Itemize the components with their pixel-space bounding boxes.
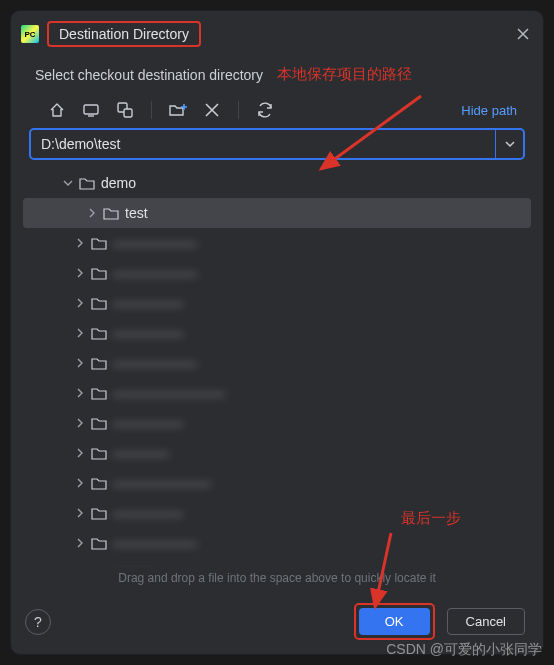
desktop-icon[interactable] — [81, 100, 101, 120]
tree-item-label: ——— — [113, 565, 155, 567]
folder-icon — [91, 536, 107, 550]
tree-item-label: ———————— — [113, 385, 225, 401]
pycharm-app-icon: PC — [21, 25, 39, 43]
drag-drop-hint: Drag and drop a file into the space abov… — [11, 567, 543, 593]
tree-item-label: ————— — [113, 505, 183, 521]
chevron-right-icon[interactable] — [87, 208, 101, 218]
folder-icon — [91, 326, 107, 340]
tree-item-label: —————— — [113, 355, 197, 371]
tree-item-redacted[interactable]: ————— — [23, 408, 531, 438]
tree-item-label: ——————— — [113, 475, 211, 491]
tree-item-label: test — [125, 205, 148, 221]
tree-item-label: ————— — [113, 415, 183, 431]
tree-item-redacted[interactable]: ———————— — [23, 378, 531, 408]
path-input-wrap — [29, 128, 525, 160]
folder-icon — [91, 446, 107, 460]
tree-item-redacted[interactable]: ——————— — [23, 468, 531, 498]
chevron-right-icon[interactable] — [75, 538, 89, 548]
close-icon[interactable] — [517, 28, 529, 40]
chevron-right-icon[interactable] — [75, 328, 89, 338]
module-icon[interactable] — [115, 100, 135, 120]
chevron-right-icon[interactable] — [75, 418, 89, 428]
svg-rect-0 — [84, 105, 98, 114]
tree-item-test[interactable]: test — [23, 198, 531, 228]
chevron-right-icon[interactable] — [75, 448, 89, 458]
tree-item-redacted[interactable]: ————— — [23, 318, 531, 348]
tree-item-demo[interactable]: demo — [23, 168, 531, 198]
path-row — [11, 128, 543, 160]
subtitle-row: Select checkout destination directory 本地… — [11, 57, 543, 90]
subtitle-text: Select checkout destination directory — [35, 67, 263, 83]
delete-icon[interactable] — [202, 100, 222, 120]
toolbar-separator — [151, 101, 152, 119]
tree-item-redacted[interactable]: ———— — [23, 438, 531, 468]
hide-path-link[interactable]: Hide path — [461, 103, 523, 118]
destination-directory-dialog: PC Destination Directory Select checkout… — [10, 10, 544, 655]
folder-icon — [91, 386, 107, 400]
tree-item-label: demo — [101, 175, 136, 191]
tree-item-label: —————— — [113, 535, 197, 551]
tree-item-redacted[interactable]: ————— — [23, 288, 531, 318]
tree-item-redacted[interactable]: —————— — [23, 348, 531, 378]
tree-item-label: —————— — [113, 235, 197, 251]
tree-item-redacted[interactable]: —————— — [23, 228, 531, 258]
tree-item-redacted[interactable]: ————— — [23, 498, 531, 528]
chevron-right-icon[interactable] — [75, 298, 89, 308]
tree-item-label: ———— — [113, 445, 169, 461]
cancel-button[interactable]: Cancel — [447, 608, 525, 635]
chevron-down-icon[interactable] — [63, 178, 77, 188]
new-folder-icon[interactable] — [168, 100, 188, 120]
annotation-path-note: 本地保存项目的路径 — [277, 65, 412, 84]
folder-icon — [91, 356, 107, 370]
footer: ? OK Cancel — [11, 593, 543, 654]
tree-item-redacted[interactable]: ——— — [23, 558, 531, 567]
path-history-dropdown[interactable] — [495, 130, 523, 158]
folder-icon — [91, 506, 107, 520]
title-highlight-box: Destination Directory — [47, 21, 201, 47]
chevron-right-icon[interactable] — [75, 268, 89, 278]
folder-icon — [91, 296, 107, 310]
chevron-right-icon[interactable] — [75, 238, 89, 248]
chevron-right-icon[interactable] — [75, 388, 89, 398]
tree-item-label: ————— — [113, 325, 183, 341]
folder-icon — [91, 236, 107, 250]
help-button[interactable]: ? — [25, 609, 51, 635]
folder-icon — [103, 206, 119, 220]
titlebar: PC Destination Directory — [11, 11, 543, 57]
ok-highlight-box: OK — [354, 603, 435, 640]
directory-tree[interactable]: demotest————————————————————————————————… — [11, 160, 543, 567]
ok-button[interactable]: OK — [359, 608, 430, 635]
dialog-title: Destination Directory — [59, 26, 189, 42]
home-icon[interactable] — [47, 100, 67, 120]
tree-item-redacted[interactable]: —————— — [23, 528, 531, 558]
folder-icon — [79, 176, 95, 190]
folder-icon — [91, 266, 107, 280]
folder-icon — [91, 476, 107, 490]
tree-item-label: —————— — [113, 265, 197, 281]
chevron-right-icon[interactable] — [75, 478, 89, 488]
chevron-right-icon[interactable] — [75, 358, 89, 368]
svg-rect-2 — [124, 109, 132, 117]
toolbar: Hide path — [11, 90, 543, 128]
tree-item-redacted[interactable]: —————— — [23, 258, 531, 288]
chevron-right-icon[interactable] — [75, 508, 89, 518]
tree-item-label: ————— — [113, 295, 183, 311]
refresh-icon[interactable] — [255, 100, 275, 120]
path-input[interactable] — [31, 130, 495, 158]
toolbar-separator — [238, 101, 239, 119]
folder-icon — [91, 416, 107, 430]
